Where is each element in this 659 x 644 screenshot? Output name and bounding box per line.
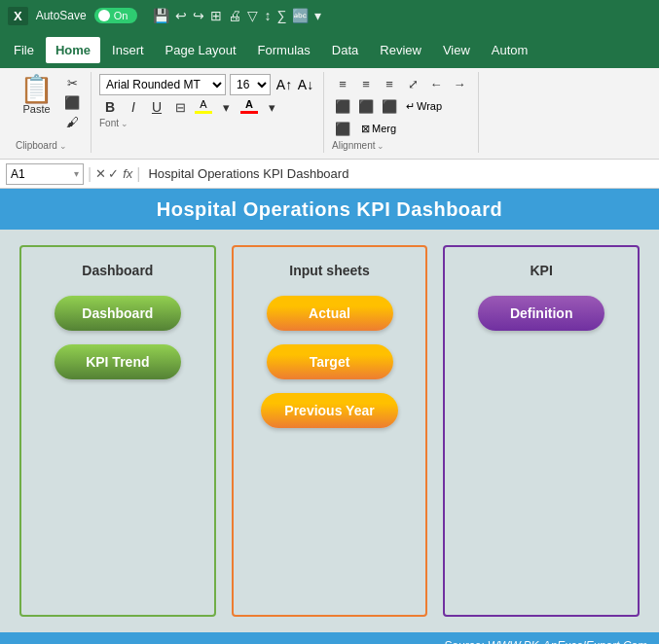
definition-button[interactable]: Definition — [478, 296, 604, 331]
cell-ref-value: A1 — [11, 167, 25, 181]
dashboard-content: Dashboard Dashboard KPI Trend Input shee… — [0, 230, 659, 632]
fill-color-button[interactable]: A — [193, 98, 214, 116]
cell-reference-box[interactable]: A1 ▾ — [6, 163, 84, 185]
align-top-right-button[interactable]: ≡ — [379, 74, 400, 93]
font-color-dropdown[interactable]: ▾ — [261, 98, 282, 116]
format-painter-button[interactable]: 🖌 — [61, 113, 83, 130]
formula-cross-icon[interactable]: ✕ — [95, 166, 106, 181]
autosave-toggle[interactable]: On — [94, 8, 138, 23]
cell-ref-dropdown[interactable]: ▾ — [74, 168, 79, 179]
wrap-label: Wrap — [417, 100, 442, 112]
alignment-expand-icon[interactable]: ⌄ — [377, 141, 384, 151]
paste-icon: 📋 — [19, 76, 54, 103]
input-sheets-box: Input sheets Actual Target Previous Year — [232, 245, 428, 617]
previous-year-button[interactable]: Previous Year — [261, 393, 397, 428]
redo-icon[interactable]: ↪ — [193, 8, 204, 23]
cut-button[interactable]: ✂ — [61, 74, 83, 91]
indent-decrease-button[interactable]: ← — [425, 74, 447, 93]
underline-button[interactable]: U — [146, 98, 167, 116]
wrap-icon: ↵ — [406, 100, 415, 113]
increase-font-size-button[interactable]: A↑ — [275, 75, 294, 94]
save-icon[interactable]: 💾 — [153, 8, 169, 23]
menu-automate[interactable]: Autom — [482, 37, 538, 63]
formula-check-icon[interactable]: ✓ — [108, 166, 119, 181]
menu-view[interactable]: View — [433, 37, 480, 63]
source-footer: Source: WWW.PK-AnExcelExpert.Com — [0, 632, 659, 644]
formula-divider2: | — [136, 165, 140, 183]
formula-bar: A1 ▾ | ✕ ✓ fx | — [0, 160, 659, 189]
kpi-box: KPI Definition — [443, 245, 640, 617]
alignment-group: ≡ ≡ ≡ ⤢ ← → ⬛ ⬛ ⬛ ↵ Wrap ⬛ ⊠ Merg Alignm… — [324, 72, 479, 153]
menu-home[interactable]: Home — [46, 37, 100, 63]
format-icon[interactable]: 🔤 — [292, 8, 309, 23]
merge-icon: ⊠ — [361, 123, 370, 135]
autosave-label: AutoSave — [36, 9, 87, 22]
italic-button[interactable]: I — [123, 98, 144, 116]
spreadsheet-area: Hospital Operations KPI Dashboard Dashbo… — [0, 189, 659, 644]
align-top-left-button[interactable]: ≡ — [332, 74, 353, 93]
spellcheck-icon[interactable]: ∑ — [276, 8, 286, 23]
kpi-trend-button[interactable]: KPI Trend — [55, 344, 181, 379]
align-right-button[interactable]: ⬛ — [379, 96, 400, 116]
paste-label: Paste — [22, 103, 50, 115]
formula-check-icons: ✕ ✓ — [95, 166, 119, 181]
align-center-button[interactable]: ⬛ — [355, 96, 377, 116]
align-top-center-button[interactable]: ≡ — [355, 74, 377, 93]
clipboard-right: ✂ ⬛ 🖌 — [61, 74, 83, 130]
clipboard-group: 📋 Paste ✂ ⬛ 🖌 Clipboard ⌄ — [8, 72, 92, 153]
indent-increase-button[interactable]: → — [449, 74, 470, 93]
toggle-circle — [98, 10, 110, 21]
filter-icon[interactable]: ▽ — [247, 8, 258, 23]
actual-button[interactable]: Actual — [267, 296, 393, 331]
ribbon: 📋 Paste ✂ ⬛ 🖌 Clipboard ⌄ Arial Rounded … — [0, 68, 659, 160]
paste-button[interactable]: 📋 Paste — [16, 74, 57, 117]
menu-bar: File Home Insert Page Layout Formulas Da… — [0, 31, 659, 68]
wrap-text-button[interactable]: ↵ Wrap — [402, 96, 446, 116]
border-button[interactable]: ⊟ — [169, 98, 191, 116]
more-icon[interactable]: ▾ — [314, 8, 321, 23]
merge-label: Merg — [372, 123, 396, 134]
dashboard-title: Hospital Operations KPI Dashboard — [157, 198, 502, 221]
source-text: Source: WWW.PK-AnExcelExpert.Com — [444, 639, 647, 644]
excel-logo: X — [8, 7, 28, 25]
menu-data[interactable]: Data — [322, 37, 368, 63]
formula-input[interactable] — [144, 166, 653, 181]
font-color-button[interactable]: A — [238, 98, 260, 116]
font-family-select[interactable]: Arial Rounded MT — [99, 74, 226, 95]
formula-divider: | — [88, 165, 92, 183]
font-group: Arial Rounded MT 16 A↑ A↓ B I U ⊟ A ▾ — [92, 72, 324, 153]
fill-color-group: A ▾ — [193, 98, 237, 116]
align-bottom-left-button[interactable]: ⬛ — [332, 119, 353, 138]
dashboard-button[interactable]: Dashboard — [55, 296, 181, 331]
align-left-button[interactable]: ⬛ — [332, 96, 353, 116]
font-color-group: A ▾ — [238, 98, 282, 116]
dashboard-box: Dashboard Dashboard KPI Trend — [19, 245, 216, 617]
dashboard-box-title: Dashboard — [82, 263, 153, 278]
font-size-select[interactable]: 16 — [230, 74, 271, 95]
fill-color-dropdown[interactable]: ▾ — [215, 98, 237, 116]
menu-file[interactable]: File — [4, 37, 44, 63]
orientation-button[interactable]: ⤢ — [402, 74, 423, 93]
copy-button[interactable]: ⬛ — [61, 93, 83, 111]
bold-button[interactable]: B — [99, 98, 121, 116]
dashboard-header-row: Hospital Operations KPI Dashboard — [0, 189, 659, 230]
print-icon[interactable]: 🖨 — [228, 8, 241, 23]
merge-cells-button[interactable]: ⊠ Merg — [357, 121, 400, 137]
input-sheets-box-title: Input sheets — [289, 263, 369, 278]
target-button[interactable]: Target — [267, 344, 393, 379]
decrease-font-size-button[interactable]: A↓ — [296, 75, 315, 94]
menu-review[interactable]: Review — [370, 37, 431, 63]
menu-page-layout[interactable]: Page Layout — [156, 37, 246, 63]
kpi-box-title: KPI — [531, 263, 553, 278]
sort-icon[interactable]: ↕ — [264, 8, 271, 23]
font-expand-icon[interactable]: ⌄ — [121, 119, 128, 128]
font-label: Font — [99, 118, 119, 128]
clipboard-label: Clipboard — [16, 140, 57, 151]
grid-icon[interactable]: ⊞ — [210, 8, 222, 23]
clipboard-expand-icon[interactable]: ⌄ — [59, 141, 67, 151]
toolbar-icons: 💾 ↩ ↪ ⊞ 🖨 ▽ ↕ ∑ 🔤 ▾ — [153, 8, 321, 23]
menu-insert[interactable]: Insert — [102, 37, 154, 63]
menu-formulas[interactable]: Formulas — [248, 37, 320, 63]
alignment-label: Alignment — [332, 140, 375, 151]
undo-icon[interactable]: ↩ — [175, 8, 187, 23]
